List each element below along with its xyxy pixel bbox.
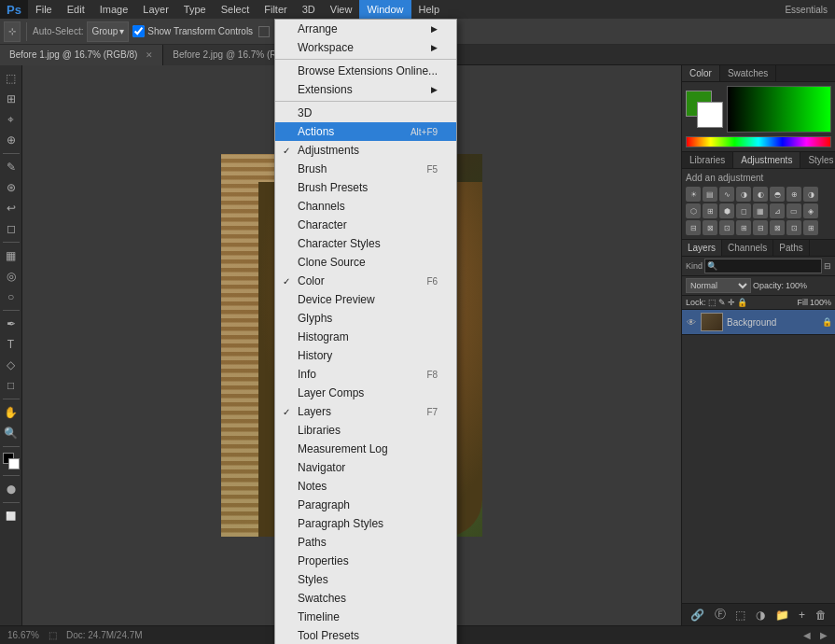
shape-tool[interactable]: □ (2, 376, 21, 395)
menu-navigator[interactable]: Navigator (275, 458, 456, 477)
brush-tool[interactable]: ✎ (2, 158, 21, 176)
bw-icon[interactable]: ◑ (803, 187, 818, 202)
selective-color-icon[interactable]: ◈ (803, 203, 818, 218)
posterize-icon[interactable]: ▦ (753, 203, 768, 218)
layer-eye-icon[interactable]: 👁 (686, 316, 697, 328)
menu-clone-source[interactable]: Clone Source (275, 253, 456, 272)
menu-3d[interactable]: 3D (275, 104, 456, 122)
blur-tool[interactable]: ◎ (2, 267, 21, 286)
menu-adjustments[interactable]: Adjustments (275, 141, 456, 160)
menu-paths[interactable]: Paths (275, 533, 456, 552)
adj-extra-3[interactable]: ⊡ (719, 220, 734, 235)
menu-extensions[interactable]: Extensions (275, 80, 456, 99)
menu-glyphs[interactable]: Glyphs (275, 309, 456, 328)
path-tool[interactable]: ◇ (2, 356, 21, 374)
type-tool[interactable]: T (2, 335, 21, 354)
menu-properties[interactable]: Properties (275, 552, 456, 570)
menu-image[interactable]: Image (92, 0, 136, 19)
menu-layers[interactable]: Layers F7 (275, 402, 456, 421)
menu-view[interactable]: View (323, 0, 360, 19)
menu-device-preview[interactable]: Device Preview (275, 290, 456, 309)
tab-paths[interactable]: Paths (773, 240, 810, 256)
tab-color[interactable]: Color (682, 65, 720, 81)
color-balance-icon[interactable]: ⊕ (786, 187, 801, 202)
crop-tool[interactable]: ⊞ (2, 90, 21, 108)
tab-layers[interactable]: Layers (682, 240, 722, 256)
gradient-map-icon[interactable]: ▭ (786, 203, 801, 218)
pen-tool[interactable]: ✒ (2, 315, 21, 333)
tab-before1-close[interactable]: ✕ (146, 50, 153, 60)
healing-tool[interactable]: ⊕ (2, 131, 21, 149)
tab-before1[interactable]: Before 1.jpg @ 16.7% (RGB/8) ✕ (0, 45, 163, 65)
menu-paragraph-styles[interactable]: Paragraph Styles (275, 514, 456, 533)
menu-layer[interactable]: Layer (135, 0, 176, 19)
levels-icon[interactable]: ▤ (703, 187, 717, 202)
menu-filter[interactable]: Filter (257, 0, 294, 19)
menu-3d[interactable]: 3D (295, 0, 323, 19)
adj-extra-6[interactable]: ⊠ (770, 220, 785, 235)
menu-workspace[interactable]: Workspace (275, 38, 456, 57)
lock-all-icon[interactable]: 🔒 (737, 298, 747, 307)
hue-bar[interactable] (686, 136, 831, 147)
vibrance-icon[interactable]: ◐ (753, 187, 768, 202)
tab-swatches[interactable]: Swatches (720, 65, 776, 81)
background-color[interactable] (8, 458, 20, 469)
tab-libraries[interactable]: Libraries (682, 152, 733, 168)
menu-character-styles[interactable]: Character Styles (275, 234, 456, 253)
menu-window[interactable]: Window (359, 0, 411, 19)
menu-styles[interactable]: Styles (275, 570, 456, 589)
adj-extra-4[interactable]: ⊞ (736, 220, 751, 235)
tab-adjustments[interactable]: Adjustments (733, 152, 800, 168)
menu-notes[interactable]: Notes (275, 477, 456, 496)
transform-checkbox[interactable] (132, 25, 145, 37)
menu-color[interactable]: Color F6 (275, 272, 456, 290)
adj-extra-7[interactable]: ⊡ (786, 220, 801, 235)
menu-timeline[interactable]: Timeline (275, 608, 456, 626)
color-selector[interactable] (3, 453, 20, 469)
quick-mask-btn[interactable]: ⬤ (2, 480, 21, 498)
exposure-icon[interactable]: ◑ (736, 187, 751, 202)
transform-checkbox-label[interactable]: Show Transform Controls (132, 25, 253, 37)
move-tool-btn[interactable]: ⊹ (4, 21, 21, 42)
screen-mode-btn[interactable]: ⬜ (2, 507, 21, 525)
adj-extra-8[interactable]: ⊞ (803, 220, 818, 235)
status-arrow-right[interactable]: ▶ (820, 630, 828, 640)
menu-edit[interactable]: Edit (60, 0, 92, 19)
menu-character[interactable]: Character (275, 216, 456, 234)
menu-select[interactable]: Select (214, 0, 257, 19)
history-brush-tool[interactable]: ↩ (2, 199, 21, 217)
add-mask-btn[interactable]: ⬚ (735, 609, 745, 622)
group-select[interactable]: Group▾ (87, 21, 129, 42)
fg-bg-swatches[interactable] (686, 91, 723, 128)
menu-arrange[interactable]: Arrange (275, 20, 456, 38)
clone-tool[interactable]: ⊛ (2, 178, 21, 197)
lock-image-icon[interactable]: ✎ (718, 298, 726, 307)
adj-extra-2[interactable]: ⊠ (703, 220, 717, 235)
delete-layer-btn[interactable]: 🗑 (815, 609, 827, 622)
lock-transparent-icon[interactable]: ⬚ (708, 298, 717, 307)
zoom-tool[interactable]: 🔍 (2, 424, 21, 442)
menu-measurement-log[interactable]: Measurement Log (275, 440, 456, 458)
layers-search-input[interactable] (704, 259, 822, 273)
lock-position-icon[interactable]: ✛ (728, 298, 735, 307)
menu-brush-presets[interactable]: Brush Presets (275, 178, 456, 197)
eraser-tool[interactable]: ◻ (2, 219, 21, 238)
menu-tool-presets[interactable]: Tool Presets (275, 626, 456, 644)
channel-mixer-icon[interactable]: ⊞ (703, 203, 717, 218)
menu-help[interactable]: Help (411, 0, 448, 19)
hue-sat-icon[interactable]: ◓ (770, 187, 785, 202)
menu-type[interactable]: Type (176, 0, 214, 19)
group-layer-btn[interactable]: 📁 (775, 609, 789, 622)
menu-paragraph[interactable]: Paragraph (275, 496, 456, 514)
menu-info[interactable]: Info F8 (275, 365, 456, 384)
status-arrow-left[interactable]: ◀ (803, 630, 811, 640)
color-lookup-icon[interactable]: ⬢ (719, 203, 734, 218)
adj-extra-5[interactable]: ⊟ (753, 220, 768, 235)
threshold-icon[interactable]: ⊿ (770, 203, 785, 218)
adj-layer-btn[interactable]: ◑ (756, 609, 765, 622)
link-layers-btn[interactable]: 🔗 (690, 609, 704, 622)
brightness-icon[interactable]: ☀ (686, 187, 701, 202)
adj-extra-1[interactable]: ⊟ (686, 220, 701, 235)
invert-icon[interactable]: ◻ (736, 203, 751, 218)
curves-icon[interactable]: ∿ (719, 187, 734, 202)
